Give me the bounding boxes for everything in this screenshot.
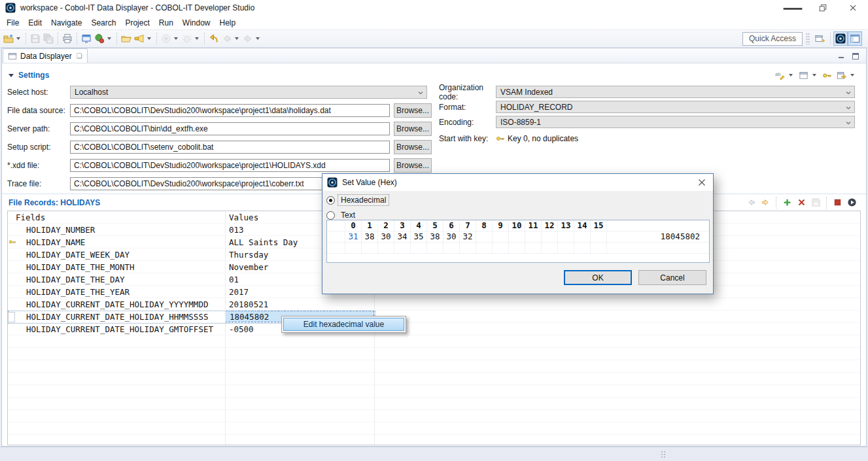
hex-byte-cell[interactable]: 30 [378,231,394,242]
radio-hexadecimal[interactable] [326,196,335,205]
hex-byte-cell[interactable] [525,231,542,242]
file-data-source-browse-button[interactable]: Browse... [394,103,432,118]
cancel-button[interactable]: Cancel [638,270,706,285]
hex-byte-row[interactable]: 313830343538303218045802 [327,231,709,243]
back-history-icon[interactable] [208,33,220,44]
menu-item-navigate[interactable]: Navigate [46,17,86,29]
radio-label-hexadecimal[interactable]: Hexadecimal [338,195,389,205]
organization-code-combo[interactable]: VSAM Indexed [496,86,855,98]
encoding-icon[interactable]: ab [774,69,786,81]
console-icon[interactable] [80,33,92,44]
run-attach-icon[interactable] [94,33,105,44]
field-name-cell[interactable]: HOLIDAY_CURRENT_DATE_HOLIDAY_YYYYMMDD [17,299,225,309]
hex-byte-cell[interactable] [591,231,607,242]
print-icon[interactable] [61,33,73,44]
start-icon[interactable] [846,197,858,209]
chevron-down-icon[interactable] [16,37,20,40]
open-perspective-icon[interactable] [813,31,827,46]
hex-byte-cell[interactable] [493,231,509,242]
tab-close-icon[interactable]: ❏ [77,52,82,60]
add-record-icon[interactable] [781,197,793,209]
open-folder-icon[interactable] [120,33,132,44]
menu-item-help[interactable]: Help [215,17,241,29]
hex-byte-cell[interactable]: 31 [345,231,362,242]
minimize-view-icon[interactable] [837,52,845,60]
chevron-down-icon[interactable] [107,37,111,40]
hex-byte-cell[interactable] [509,231,525,242]
flashlight-icon[interactable] [133,33,145,44]
chevron-down-icon[interactable] [174,37,178,40]
menu-item-run[interactable]: Run [154,17,178,29]
field-name-cell[interactable]: HOLIDAY_NAME [17,237,225,247]
tab-data-displayer[interactable]: Data Displayer ❏ [3,48,88,63]
chevron-down-icon[interactable] [195,37,199,40]
table-row[interactable]: HOLIDAY_CURRENT_DATE_HOLIDAY_YYYYMMDD201… [8,298,860,311]
stop-icon[interactable] [831,197,843,209]
chevron-down-icon[interactable] [789,74,793,77]
hex-byte-cell[interactable] [476,231,493,242]
quick-access-box[interactable]: Quick Access [742,32,803,46]
hex-byte-cell[interactable]: 38 [427,231,443,242]
setup-script-input[interactable]: C:\COBOL\COBOLIT\setenv_cobolit.bat [70,141,390,154]
collapse-triangle-icon[interactable] [9,74,14,77]
hex-byte-cell[interactable]: 35 [411,231,427,242]
field-name-cell[interactable]: HOLIDAY_CURRENT_DATE_HOLIDAY_GMTOFFSET [17,324,225,334]
menu-item-project[interactable]: Project [120,17,154,29]
maximize-view-icon[interactable] [852,52,859,60]
field-name-cell[interactable]: HOLIDAY_DATE_WEEK_DAY [17,250,225,260]
hex-byte-cell[interactable]: 32 [460,231,476,242]
hex-byte-cell[interactable]: 38 [362,231,378,242]
select-host-combo[interactable]: Localhost [70,86,427,99]
hex-byte-cell[interactable]: 30 [443,231,460,242]
hex-byte-cell[interactable] [542,231,558,242]
table-row[interactable]: HOLIDAY_CURRENT_DATE_HOLIDAY_GMTOFFSET-0… [8,323,860,335]
window-icon[interactable] [797,69,809,81]
prev-record-icon[interactable] [745,197,757,209]
delete-record-icon[interactable] [795,197,807,209]
hex-grid[interactable]: 0123456789101112131415313830343538303218… [326,220,710,263]
hex-byte-cell[interactable]: 34 [394,231,411,242]
hex-byte-cell[interactable] [574,231,591,242]
encoding-combo[interactable]: ISO-8859-1 [496,116,855,128]
table-row[interactable]: HOLIDAY_CURRENT_DATE_HOLIDAY_HHMMSSSS180… [8,311,860,323]
chevron-down-icon[interactable] [256,37,260,40]
field-name-cell[interactable]: HOLIDAY_DATE_THE_YEAR [17,287,225,297]
setup-script-browse-button[interactable]: Browse... [394,140,432,154]
server-path-input[interactable]: C:\COBOL\COBOLIT\bin\dd_extfh.exe [70,122,390,135]
cobol-it-perspective-icon[interactable] [833,31,848,46]
dialog-close-icon[interactable] [691,174,713,191]
data-displayer-perspective-icon[interactable] [848,31,862,46]
server-path-browse-button[interactable]: Browse... [394,122,432,136]
export-icon[interactable] [835,69,847,81]
field-name-cell[interactable]: HOLIDAY_CURRENT_DATE_HOLIDAY_HHMMSSSS [17,312,225,322]
radio-text[interactable] [326,211,335,220]
ok-button[interactable]: OK [564,270,632,285]
key-icon[interactable] [821,69,833,81]
xdd-file-input[interactable]: C:\COBOL\COBOLIT\DevStudio200\workspace\… [70,159,390,172]
field-name-cell[interactable]: HOLIDAY_DATE_THE_MONTH [17,262,225,272]
xdd-file-browse-button[interactable]: Browse... [394,158,432,173]
close-icon[interactable] [838,0,868,16]
minimize-icon[interactable] [778,0,808,16]
menu-item-file[interactable]: File [2,17,24,29]
next-record-icon[interactable] [759,197,771,209]
hex-byte-cell[interactable] [558,231,574,242]
menu-item-edit[interactable]: Edit [24,17,46,29]
field-name-cell[interactable]: HOLIDAY_NUMBER [17,225,225,235]
chevron-down-icon[interactable] [850,74,854,77]
file-data-source-input[interactable]: C:\COBOL\COBOLIT\DevStudio200\workspace\… [70,104,390,117]
statusbar-drag-handle[interactable] [661,451,666,459]
restore-icon[interactable] [808,0,838,16]
toolbar-drag-handle[interactable] [806,33,810,44]
menu-item-search[interactable]: Search [86,17,120,29]
radio-label-text[interactable]: Text [338,210,358,220]
menu-item-window[interactable]: Window [178,17,215,29]
chevron-down-icon[interactable] [812,74,816,77]
field-value-cell[interactable]: 20180521 [225,298,374,310]
context-menu-item-edit-hex[interactable]: Edit hexadecimal value [283,318,404,331]
field-name-cell[interactable]: HOLIDAY_DATE_THE_DAY [17,275,225,284]
chevron-down-icon[interactable] [235,37,239,40]
format-combo[interactable]: HOLIDAY_RECORD [496,101,855,113]
chevron-down-icon[interactable] [147,37,151,40]
new-wizard-icon[interactable] [3,33,14,44]
